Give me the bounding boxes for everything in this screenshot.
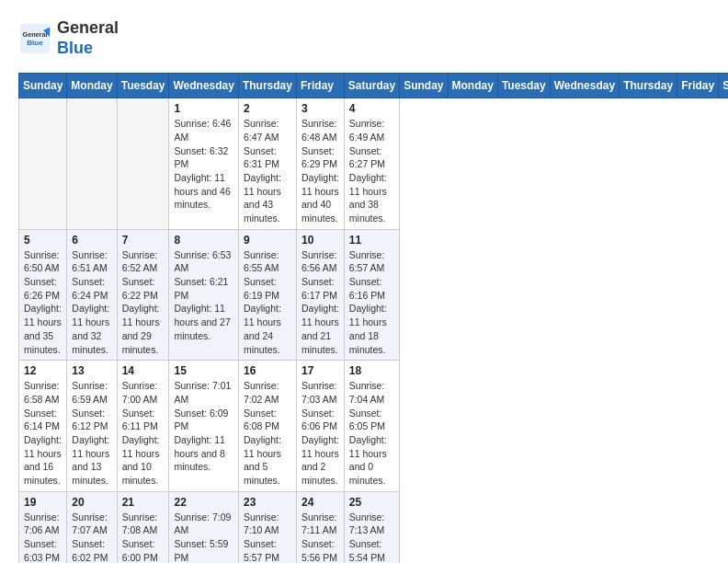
header-day-thursday: Thursday <box>620 74 677 98</box>
header-wednesday: Wednesday <box>169 74 238 98</box>
calendar-cell: 9Sunrise: 6:55 AM Sunset: 6:19 PM Daylig… <box>238 229 296 361</box>
calendar-cell: 22Sunrise: 7:09 AM Sunset: 5:59 PM Dayli… <box>169 491 238 563</box>
calendar-cell <box>19 98 67 230</box>
day-info: Sunrise: 6:49 AM Sunset: 6:27 PM Dayligh… <box>349 117 394 225</box>
calendar-header-row: SundayMondayTuesdayWednesdayThursdayFrid… <box>19 74 729 98</box>
calendar-cell: 7Sunrise: 6:52 AM Sunset: 6:22 PM Daylig… <box>117 229 169 361</box>
day-info: Sunrise: 6:50 AM Sunset: 6:26 PM Dayligh… <box>24 248 62 357</box>
calendar-cell: 17Sunrise: 7:03 AM Sunset: 6:06 PM Dayli… <box>296 361 344 492</box>
day-number: 24 <box>301 496 339 509</box>
calendar-cell: 2Sunrise: 6:47 AM Sunset: 6:31 PM Daylig… <box>238 98 296 230</box>
day-info: Sunrise: 6:46 AM Sunset: 6:32 PM Dayligh… <box>174 117 233 212</box>
header-saturday: Saturday <box>344 74 399 98</box>
day-info: Sunrise: 6:48 AM Sunset: 6:29 PM Dayligh… <box>301 117 339 225</box>
day-info: Sunrise: 6:51 AM Sunset: 6:24 PM Dayligh… <box>72 248 111 357</box>
day-number: 15 <box>174 364 233 377</box>
day-number: 19 <box>24 496 62 509</box>
day-number: 10 <box>301 234 339 247</box>
day-number: 2 <box>244 102 291 115</box>
logo: General Blue General Blue <box>18 18 119 58</box>
day-number: 3 <box>301 102 339 115</box>
day-info: Sunrise: 7:08 AM Sunset: 6:00 PM Dayligh… <box>122 511 165 563</box>
day-info: Sunrise: 7:09 AM Sunset: 5:59 PM Dayligh… <box>174 511 233 563</box>
calendar-cell: 19Sunrise: 7:06 AM Sunset: 6:03 PM Dayli… <box>19 491 67 563</box>
day-number: 9 <box>244 234 291 247</box>
day-info: Sunrise: 7:07 AM Sunset: 6:02 PM Dayligh… <box>72 511 111 563</box>
day-info: Sunrise: 6:47 AM Sunset: 6:31 PM Dayligh… <box>244 117 291 225</box>
day-info: Sunrise: 7:06 AM Sunset: 6:03 PM Dayligh… <box>24 511 62 563</box>
day-number: 16 <box>244 364 291 377</box>
day-info: Sunrise: 6:52 AM Sunset: 6:22 PM Dayligh… <box>122 248 165 357</box>
svg-text:General: General <box>23 30 48 39</box>
day-number: 13 <box>72 364 111 377</box>
calendar-cell: 23Sunrise: 7:10 AM Sunset: 5:57 PM Dayli… <box>238 491 296 563</box>
calendar-cell <box>117 98 169 230</box>
header-thursday: Thursday <box>238 74 296 98</box>
day-number: 17 <box>301 364 339 377</box>
logo-icon: General Blue <box>18 22 51 55</box>
calendar-cell: 21Sunrise: 7:08 AM Sunset: 6:00 PM Dayli… <box>117 491 169 563</box>
calendar-cell: 16Sunrise: 7:02 AM Sunset: 6:08 PM Dayli… <box>238 361 296 492</box>
header-day-monday: Monday <box>448 74 497 98</box>
day-number: 5 <box>24 234 62 247</box>
day-info: Sunrise: 7:02 AM Sunset: 6:08 PM Dayligh… <box>244 379 291 488</box>
day-info: Sunrise: 7:10 AM Sunset: 5:57 PM Dayligh… <box>244 511 291 563</box>
day-info: Sunrise: 6:53 AM Sunset: 6:21 PM Dayligh… <box>174 248 233 343</box>
calendar-cell: 25Sunrise: 7:13 AM Sunset: 5:54 PM Dayli… <box>344 491 399 563</box>
header-day-wednesday: Wednesday <box>550 74 619 98</box>
day-info: Sunrise: 6:57 AM Sunset: 6:16 PM Dayligh… <box>349 248 394 357</box>
calendar-cell: 10Sunrise: 6:56 AM Sunset: 6:17 PM Dayli… <box>296 229 344 361</box>
calendar-cell: 13Sunrise: 6:59 AM Sunset: 6:12 PM Dayli… <box>67 361 117 492</box>
day-number: 4 <box>349 102 394 115</box>
calendar-cell: 12Sunrise: 6:58 AM Sunset: 6:14 PM Dayli… <box>19 361 67 492</box>
calendar-cell: 5Sunrise: 6:50 AM Sunset: 6:26 PM Daylig… <box>19 229 67 361</box>
header-day-tuesday: Tuesday <box>497 74 550 98</box>
day-number: 7 <box>122 234 165 247</box>
header-friday: Friday <box>296 74 344 98</box>
day-number: 11 <box>349 234 394 247</box>
calendar-cell: 4Sunrise: 6:49 AM Sunset: 6:27 PM Daylig… <box>344 98 399 230</box>
day-number: 8 <box>174 234 233 247</box>
calendar-cell: 11Sunrise: 6:57 AM Sunset: 6:16 PM Dayli… <box>344 229 399 361</box>
day-number: 1 <box>174 102 233 115</box>
header-day-sunday: Sunday <box>400 74 448 98</box>
header-tuesday: Tuesday <box>117 74 169 98</box>
calendar-cell: 18Sunrise: 7:04 AM Sunset: 6:05 PM Dayli… <box>344 361 399 492</box>
day-info: Sunrise: 7:01 AM Sunset: 6:09 PM Dayligh… <box>174 379 233 474</box>
day-number: 14 <box>122 364 165 377</box>
page-header: General Blue General Blue <box>18 18 710 58</box>
day-number: 18 <box>349 364 394 377</box>
header-monday: Monday <box>67 74 117 98</box>
day-number: 22 <box>174 496 233 509</box>
day-number: 12 <box>24 364 62 377</box>
day-number: 6 <box>72 234 111 247</box>
header-day-saturday: Saturday <box>719 74 728 98</box>
logo-text: General Blue <box>57 18 119 58</box>
calendar-week-1: 1Sunrise: 6:46 AM Sunset: 6:32 PM Daylig… <box>19 98 729 230</box>
calendar-cell: 14Sunrise: 7:00 AM Sunset: 6:11 PM Dayli… <box>117 361 169 492</box>
day-number: 20 <box>72 496 111 509</box>
svg-text:Blue: Blue <box>27 39 43 47</box>
day-number: 23 <box>244 496 291 509</box>
header-sunday: Sunday <box>19 74 67 98</box>
day-info: Sunrise: 6:59 AM Sunset: 6:12 PM Dayligh… <box>72 379 111 488</box>
header-day-friday: Friday <box>677 74 719 98</box>
calendar-cell: 24Sunrise: 7:11 AM Sunset: 5:56 PM Dayli… <box>296 491 344 563</box>
calendar-cell: 15Sunrise: 7:01 AM Sunset: 6:09 PM Dayli… <box>169 361 238 492</box>
day-info: Sunrise: 7:00 AM Sunset: 6:11 PM Dayligh… <box>122 379 165 488</box>
day-number: 25 <box>349 496 394 509</box>
day-info: Sunrise: 7:11 AM Sunset: 5:56 PM Dayligh… <box>301 511 339 563</box>
calendar-cell: 20Sunrise: 7:07 AM Sunset: 6:02 PM Dayli… <box>67 491 117 563</box>
calendar-week-4: 19Sunrise: 7:06 AM Sunset: 6:03 PM Dayli… <box>19 491 729 563</box>
day-info: Sunrise: 6:55 AM Sunset: 6:19 PM Dayligh… <box>244 248 291 357</box>
calendar-table: SundayMondayTuesdayWednesdayThursdayFrid… <box>18 73 728 563</box>
calendar-cell <box>67 98 117 230</box>
day-info: Sunrise: 7:04 AM Sunset: 6:05 PM Dayligh… <box>349 379 394 488</box>
calendar-cell: 8Sunrise: 6:53 AM Sunset: 6:21 PM Daylig… <box>169 229 238 361</box>
day-info: Sunrise: 7:13 AM Sunset: 5:54 PM Dayligh… <box>349 511 394 563</box>
day-info: Sunrise: 6:56 AM Sunset: 6:17 PM Dayligh… <box>301 248 339 357</box>
calendar-week-2: 5Sunrise: 6:50 AM Sunset: 6:26 PM Daylig… <box>19 229 729 361</box>
calendar-week-3: 12Sunrise: 6:58 AM Sunset: 6:14 PM Dayli… <box>19 361 729 492</box>
calendar-cell: 1Sunrise: 6:46 AM Sunset: 6:32 PM Daylig… <box>169 98 238 230</box>
day-info: Sunrise: 7:03 AM Sunset: 6:06 PM Dayligh… <box>301 379 339 488</box>
